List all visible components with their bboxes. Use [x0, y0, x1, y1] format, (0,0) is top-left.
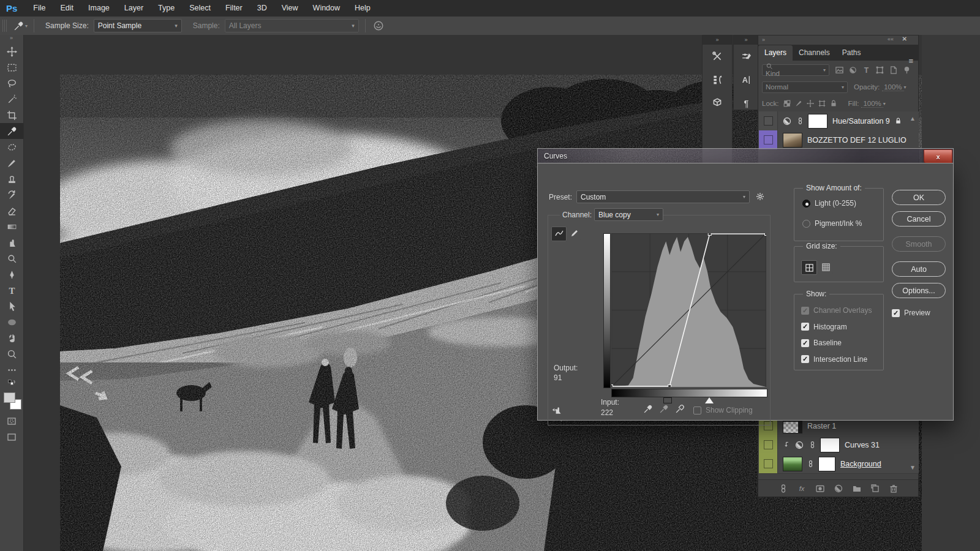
blend-mode-dropdown[interactable]: Normal▾ — [762, 81, 848, 93]
layer-thumbnail[interactable] — [783, 419, 802, 433]
layer-row[interactable]: BOZZETTO DEF 12 LUGLIO — [759, 130, 919, 150]
menu-help[interactable]: Help — [347, 0, 378, 17]
eraser-tool[interactable] — [0, 203, 23, 219]
layer-name[interactable]: Hue/Saturation 9 — [832, 117, 890, 126]
smart-object-filter-icon[interactable] — [886, 66, 900, 75]
menu-type[interactable]: Type — [151, 0, 182, 17]
grid-coarse-button[interactable] — [801, 260, 817, 275]
shape-filter-icon[interactable] — [873, 66, 886, 75]
lock-transparent-icon[interactable] — [782, 99, 793, 108]
brush-tool[interactable] — [0, 155, 23, 171]
swap-colors-icon[interactable] — [0, 378, 23, 389]
ok-button[interactable]: OK — [892, 190, 946, 205]
layer-mask-icon[interactable] — [815, 484, 825, 493]
channel-dropdown[interactable]: Blue copy▾ — [594, 208, 663, 221]
dialog-title-bar[interactable]: Curves x — [537, 148, 954, 163]
lock-paint-icon[interactable] — [793, 99, 805, 108]
cancel-button[interactable]: Cancel — [892, 211, 946, 227]
fx-icon[interactable]: fx — [797, 484, 807, 493]
gray-point-dropper-icon[interactable] — [659, 403, 669, 414]
eyedropper-tool[interactable] — [0, 123, 23, 139]
layer-mask-thumbnail[interactable] — [820, 438, 840, 452]
adjustment-filter-icon[interactable] — [846, 66, 859, 75]
layer-row[interactable]: Hue/Saturation 9 — [759, 111, 919, 131]
checkbox-intersection-line[interactable]: ✓Intersection Line — [801, 355, 867, 364]
checkbox-channel-overlays[interactable]: ✓Channel Overlays — [801, 306, 872, 315]
menu-edit[interactable]: Edit — [53, 0, 81, 17]
layer-name[interactable]: BOZZETTO DEF 12 LUGLIO — [807, 136, 907, 144]
dodge-tool[interactable] — [0, 250, 23, 266]
sample-size-dropdown[interactable]: Point Sample▾ — [94, 19, 182, 32]
paragraph-panel-icon[interactable]: ¶ — [734, 91, 758, 114]
pen-tool[interactable] — [0, 266, 23, 282]
type-filter-icon[interactable]: T — [859, 66, 873, 75]
link-icon[interactable] — [778, 484, 788, 493]
current-tool-chip[interactable]: ▾ — [12, 21, 28, 31]
filter-kind-dropdown[interactable]: Kind▾ — [762, 64, 829, 76]
wand-tool[interactable] — [0, 91, 23, 107]
scroll-down-icon[interactable]: ▼ — [910, 464, 916, 471]
layer-name[interactable]: Background — [840, 460, 881, 468]
zoom-tool[interactable] — [0, 346, 23, 362]
gradient-tool[interactable] — [0, 219, 23, 234]
healing-tool[interactable] — [0, 139, 23, 155]
toolbar-collapse[interactable]: » — [0, 35, 23, 43]
smooth-button[interactable]: Smooth — [892, 236, 946, 252]
dock-collapse[interactable]: » — [703, 36, 732, 45]
layer-thumbnail[interactable] — [783, 457, 802, 471]
pin-icon[interactable] — [900, 66, 913, 75]
history-icon[interactable] — [703, 68, 732, 91]
auto-button[interactable]: Auto — [892, 261, 946, 277]
layer-name[interactable]: Curves 31 — [845, 441, 880, 449]
layer-name[interactable]: Raster 1 — [807, 422, 836, 430]
show-clipping-checkbox[interactable]: Show Clipping — [693, 406, 753, 414]
image-filter-icon[interactable] — [832, 66, 846, 75]
foreground-color[interactable] — [4, 392, 15, 403]
gear-icon[interactable] — [755, 192, 765, 201]
smudge-tool[interactable] — [0, 234, 23, 250]
radio-pigment-ink[interactable]: Pigment/Ink % — [802, 219, 862, 228]
panel-collapse-icon[interactable]: » — [762, 37, 765, 43]
options-grip[interactable] — [2, 20, 7, 32]
black-point-dropper-icon[interactable] — [643, 403, 654, 414]
preset-dropdown[interactable]: Custom▾ — [576, 190, 750, 203]
path-select-tool[interactable] — [0, 298, 23, 314]
panel-close-icon[interactable]: ✕ — [902, 36, 907, 42]
sample-dropdown[interactable]: All Layers▾ — [225, 19, 359, 32]
white-point-dropper-icon[interactable] — [675, 403, 685, 414]
ellipse-tool[interactable] — [0, 314, 23, 330]
lock-artboard-icon[interactable] — [816, 99, 828, 108]
lasso-tool[interactable] — [0, 75, 23, 91]
menu-3d[interactable]: 3D — [250, 0, 274, 17]
hand-tool[interactable] — [0, 330, 23, 346]
menu-filter[interactable]: Filter — [218, 0, 250, 17]
black-point-slider[interactable] — [663, 397, 672, 403]
menu-image[interactable]: Image — [81, 0, 117, 17]
history-brush-tool[interactable] — [0, 187, 23, 203]
menu-file[interactable]: File — [26, 0, 53, 17]
color-swatches[interactable] — [0, 389, 23, 413]
type-tool[interactable]: T — [0, 282, 23, 298]
tab-layers[interactable]: Layers — [758, 45, 793, 61]
menu-view[interactable]: View — [274, 0, 306, 17]
menu-layer[interactable]: Layer — [117, 0, 151, 17]
visibility-toggle[interactable] — [759, 454, 778, 473]
stamp-tool[interactable] — [0, 171, 23, 187]
checkbox-histogram[interactable]: ✓Histogram — [801, 323, 847, 331]
menu-select[interactable]: Select — [182, 0, 218, 17]
brush-settings-icon[interactable] — [734, 45, 758, 68]
sampling-ring-icon[interactable] — [372, 20, 385, 31]
white-point-slider[interactable] — [705, 397, 714, 403]
tab-paths[interactable]: Paths — [836, 45, 867, 61]
marquee-tool[interactable] — [0, 59, 23, 75]
character-panel-icon[interactable]: A — [734, 68, 758, 91]
new-layer-icon[interactable] — [870, 484, 880, 493]
curve-pencil-tool[interactable] — [567, 227, 581, 240]
ellipsis-tool[interactable] — [0, 362, 23, 378]
adjustment-icon[interactable] — [834, 484, 843, 493]
layer-row[interactable]: Curves 31 — [759, 435, 919, 455]
layer-mask-thumbnail[interactable] — [818, 457, 835, 471]
fill-value[interactable]: 100% — [861, 100, 883, 108]
group-folder-icon[interactable] — [852, 484, 862, 493]
layer-mask-thumbnail[interactable] — [808, 114, 827, 129]
